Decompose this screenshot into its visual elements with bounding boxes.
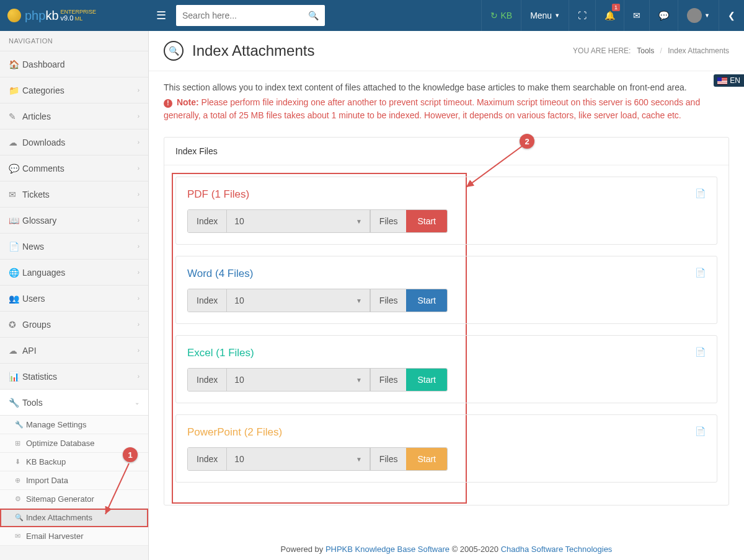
sub-icon: ⬇ (15, 458, 26, 466)
sub-label: Manage Settings (26, 420, 87, 429)
nav-icon: ✉ (9, 190, 22, 199)
nav-icon: ☁ (9, 138, 22, 147)
files-label: Files (370, 289, 407, 312)
sidebar-item-news[interactable]: 📄News› (0, 234, 148, 260)
chevron-icon: › (138, 217, 140, 224)
start-button[interactable]: Start (406, 210, 447, 232)
chevron-down-icon: ▼ (356, 377, 362, 383)
chevron-down-icon: ▼ (356, 456, 362, 463)
nav-label: Categories (22, 85, 138, 95)
user-menu[interactable]: ▼ (678, 0, 719, 31)
file-count-select[interactable]: 10▼ (227, 369, 370, 391)
panel-title: Index Files (164, 138, 728, 165)
sidebar-item-glossary[interactable]: 📖Glossary› (0, 208, 148, 234)
index-label: Index (188, 369, 227, 391)
sidebar-item-tickets[interactable]: ✉Tickets› (0, 182, 148, 208)
hamburger-icon[interactable]: ☰ (149, 9, 174, 22)
sidebar-item-statistics[interactable]: 📊Statistics› (0, 364, 148, 390)
nav-label: API (22, 346, 138, 356)
menu-dropdown[interactable]: Menu▼ (521, 0, 569, 31)
search-box: 🔍 (176, 5, 325, 26)
file-card-pdf: 📄PDF (1 Files)Index10▼FilesStart (175, 177, 717, 245)
start-button[interactable]: Start (406, 448, 447, 470)
file-card-ppt: 📄PowerPoint (2 Files)Index10▼FilesStart (175, 414, 717, 483)
start-button[interactable]: Start (406, 369, 447, 391)
search-icon[interactable]: 🔍 (308, 11, 319, 20)
index-label: Index (188, 448, 227, 470)
sidebar-item-dashboard[interactable]: 🏠Dashboard (0, 51, 148, 77)
sidebar-item-downloads[interactable]: ☁Downloads› (0, 129, 148, 155)
sub-label: Optimize Database (26, 439, 95, 448)
nav-icon: ☁ (9, 346, 22, 356)
chevron-icon: › (138, 165, 140, 172)
fullscreen-icon[interactable]: ⛶ (569, 0, 595, 31)
file-card-excel: 📄Excel (1 Files)Index10▼FilesStart (175, 335, 717, 403)
app-header: phpkb ENTERPRISE v9.0 ML ☰ 🔍 ↻ KB Menu▼ … (0, 0, 744, 31)
sidebar-item-languages[interactable]: 🌐Languages› (0, 260, 148, 286)
notifications-icon[interactable]: 🔔1 (595, 0, 624, 31)
nav-icon: 📄 (9, 242, 22, 252)
footer-link-phpkb[interactable]: PHPKB Knowledge Base Software (326, 545, 450, 554)
chevron-icon: › (138, 269, 140, 276)
page-header: 🔍 Index Attachments YOU ARE HERE: Tools … (149, 31, 744, 71)
sidebar-item-groups[interactable]: ✪Groups› (0, 312, 148, 338)
logo[interactable]: phpkb ENTERPRISE v9.0 ML (0, 0, 149, 31)
intro-text: This section allows you to index text co… (164, 82, 729, 92)
search-input[interactable] (182, 11, 308, 20)
nav-label: Tickets (22, 190, 138, 199)
nav-icon: 💬 (9, 164, 22, 173)
nav-icon: 🏠 (9, 59, 22, 69)
tools-sub-index-attachments[interactable]: 🔍Index Attachments (0, 509, 148, 527)
tools-sub-import-data[interactable]: ⊕Import Data (0, 471, 148, 490)
nav-label: Comments (22, 164, 138, 173)
sidebar-item-users[interactable]: 👥Users› (0, 286, 148, 312)
header-actions: ↻ KB Menu▼ ⛶ 🔔1 ✉ 💬 ▼ ❮ (481, 0, 744, 31)
index-input-group: Index10▼FilesStart (187, 209, 448, 233)
chat-icon[interactable]: 💬 (649, 0, 678, 31)
sub-label: Sitemap Generator (26, 494, 94, 504)
tools-sub-email-harvester[interactable]: ✉Email Harvester (0, 527, 148, 546)
breadcrumb-tools[interactable]: Tools (637, 46, 654, 55)
files-label: Files (370, 210, 407, 232)
file-count-select[interactable]: 10▼ (227, 289, 370, 312)
nav-icon: 🌐 (9, 268, 22, 278)
file-card-title: Excel (1 Files) (187, 347, 706, 359)
sidebar-item-api[interactable]: ☁API› (0, 338, 148, 364)
chevron-icon: ⌄ (135, 399, 140, 406)
start-button[interactable]: Start (406, 289, 447, 312)
sidebar-item-tools[interactable]: 🔧Tools⌄ (0, 390, 148, 416)
nav-icon: 👥 (9, 294, 22, 304)
sidebar-item-comments[interactable]: 💬Comments› (0, 155, 148, 182)
index-label: Index (188, 289, 227, 312)
sub-label: Index Attachments (26, 513, 92, 522)
file-count-select[interactable]: 10▼ (227, 448, 370, 470)
sub-icon: ✉ (15, 532, 26, 540)
nav-label: Dashboard (22, 59, 140, 69)
kb-link[interactable]: ↻ KB (481, 0, 521, 31)
mail-icon[interactable]: ✉ (624, 0, 649, 31)
language-selector[interactable]: EN (714, 74, 744, 87)
footer-link-company[interactable]: Chadha Software Technologies (501, 545, 613, 554)
nav-label: Languages (22, 268, 138, 278)
collapse-icon[interactable]: ❮ (719, 0, 744, 31)
sidebar-item-articles[interactable]: ✎Articles› (0, 103, 148, 129)
chevron-icon: › (138, 87, 140, 94)
chevron-icon: › (138, 243, 140, 250)
tools-sub-manage-settings[interactable]: 🔧Manage Settings (0, 416, 148, 434)
index-label: Index (188, 210, 227, 232)
nav-label: News (22, 242, 138, 252)
nav-label: Statistics (22, 372, 138, 382)
nav-icon: 📁 (9, 85, 22, 95)
sidebar-item-categories[interactable]: 📁Categories› (0, 77, 148, 103)
index-files-panel: Index Files 📄PDF (1 Files)Index10▼FilesS… (164, 137, 729, 505)
page-title-icon: 🔍 (164, 41, 184, 61)
main-content: 🔍 Index Attachments YOU ARE HERE: Tools … (149, 31, 744, 560)
chevron-icon: › (138, 321, 140, 328)
file-count-select[interactable]: 10▼ (227, 210, 370, 232)
tools-sub-sitemap-generator[interactable]: ⚙Sitemap Generator (0, 490, 148, 509)
breadcrumb-current: Index Attachments (668, 46, 729, 55)
nav-icon: 📖 (9, 216, 22, 225)
sub-label: Email Harvester (26, 532, 83, 541)
file-card-word: 📄Word (4 Files)Index10▼FilesStart (175, 256, 717, 324)
file-card-title: PDF (1 Files) (187, 188, 706, 201)
